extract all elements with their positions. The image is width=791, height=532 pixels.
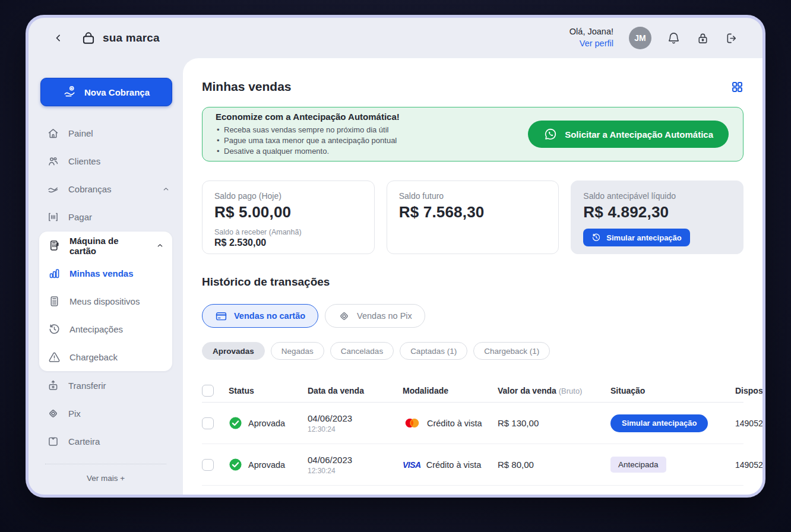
balance-card-paid: Saldo pago (Hoje) R$ 5.00,00 Saldo à rec… bbox=[202, 180, 375, 254]
sidebar-item-label: Meus dispositivos bbox=[69, 296, 140, 306]
sidebar-item-painel[interactable]: Painel bbox=[29, 119, 183, 147]
status-text: Aprovada bbox=[248, 419, 285, 428]
simulate-anticipation-button[interactable]: Simular antecipação bbox=[583, 229, 689, 246]
device-id: 149052 bbox=[735, 419, 762, 428]
balance-card-anticipatable: Saldo antecipável líquido R$ 4.892,30 Si… bbox=[571, 180, 743, 254]
chevron-left-icon bbox=[52, 32, 64, 44]
sidebar-item-label: Minhas vendas bbox=[69, 268, 134, 278]
top-bar: sua marca Olá, Joana! Ver perfil JM bbox=[29, 18, 762, 58]
row-checkbox[interactable] bbox=[202, 459, 214, 471]
card-label: Saldo futuro bbox=[399, 191, 547, 201]
card-subvalue: R$ 2.530,00 bbox=[214, 238, 362, 248]
sale-date: 04/06/2023 bbox=[308, 413, 403, 423]
sidebar-item-clientes[interactable]: Clientes bbox=[29, 147, 183, 175]
sidebar-item-pix[interactable]: Pix bbox=[29, 400, 183, 428]
sale-value: R$ 80,00 bbox=[498, 460, 610, 470]
credit-card-icon bbox=[215, 310, 227, 322]
sidebar-item-carteira[interactable]: Carteira bbox=[29, 428, 183, 455]
app-window: sua marca Olá, Joana! Ver perfil JM bbox=[29, 18, 762, 495]
status-text: Aprovada bbox=[248, 460, 285, 470]
col-status: Status bbox=[229, 386, 308, 395]
sidebar-item-chargeback[interactable]: Chargeback bbox=[39, 343, 172, 371]
view-profile-link[interactable]: Ver perfil bbox=[569, 38, 613, 50]
row-checkbox[interactable] bbox=[202, 417, 214, 429]
sidebar-item-label: Clientes bbox=[68, 156, 100, 166]
logout-button[interactable] bbox=[725, 31, 739, 45]
sidebar-item-label: Pagar bbox=[68, 212, 92, 222]
row-simulate-anticipation-button[interactable]: Simular antecipação bbox=[610, 414, 708, 432]
table-row: Aprovada 04/06/2023 12:30:24 VISA Crédit… bbox=[202, 444, 743, 486]
approved-check-icon bbox=[229, 416, 242, 430]
filter-captadas[interactable]: Captadas (1) bbox=[400, 342, 467, 360]
sidebar-item-label: Carteira bbox=[68, 436, 100, 446]
notifications-button[interactable] bbox=[667, 31, 681, 45]
back-button[interactable] bbox=[52, 32, 64, 44]
filter-canceladas[interactable]: Canceladas bbox=[330, 342, 394, 360]
lock-button[interactable] bbox=[696, 31, 710, 45]
filter-aprovadas[interactable]: Aprovadas bbox=[202, 342, 265, 360]
col-device: Dispositivo bbox=[735, 386, 762, 395]
tab-pix-sales[interactable]: Vendas no Pix bbox=[325, 304, 425, 328]
filter-chargeback[interactable]: Chargeback (1) bbox=[473, 342, 550, 360]
status-filters: Aprovadas Negadas Canceladas Captadas (1… bbox=[202, 342, 743, 360]
card-label: Saldo antecipável líquido bbox=[583, 191, 731, 201]
button-label: Simular antecipação bbox=[606, 233, 681, 242]
sidebar-item-label: Cobranças bbox=[68, 184, 112, 194]
sale-date: 04/06/2023 bbox=[308, 455, 403, 465]
table-row: Aprovada 04/06/2023 12:30:24 Crédito à v… bbox=[202, 403, 743, 444]
sidebar-item-label: Máquina de cartão bbox=[69, 236, 147, 256]
home-icon bbox=[47, 127, 59, 140]
sidebar-item-maquina-de-cartao[interactable]: Máquina de cartão bbox=[39, 232, 172, 259]
history-title: Histórico de transações bbox=[202, 276, 743, 289]
sidebar-item-cobrancas[interactable]: Cobranças bbox=[29, 175, 183, 203]
new-charge-button[interactable]: Nova Cobrança bbox=[40, 78, 172, 106]
auto-anticipation-banner: Economize com a Antecipação Automática! … bbox=[202, 107, 743, 162]
select-all-checkbox[interactable] bbox=[202, 385, 214, 397]
sale-time: 12:30:24 bbox=[308, 425, 403, 433]
sidebar-item-minhas-vendas[interactable]: Minhas vendas bbox=[39, 259, 172, 287]
hand-plus-icon bbox=[63, 85, 77, 99]
filter-negadas[interactable]: Negadas bbox=[271, 342, 324, 360]
history-tabs: Vendas no cartão Vendas no Pix bbox=[202, 304, 743, 328]
page-title: Minhas vendas bbox=[202, 80, 292, 94]
sidebar-item-pagar[interactable]: Pagar bbox=[29, 203, 183, 231]
sidebar: Nova Cobrança Painel Clientes bbox=[29, 58, 183, 495]
sidebar-item-label: Transferir bbox=[68, 381, 106, 391]
grid-icon bbox=[731, 81, 743, 93]
top-right-cluster: Olá, Joana! Ver perfil JM bbox=[569, 26, 739, 49]
banner-bullet: Pague uma taxa menor que a antecipação p… bbox=[216, 135, 400, 146]
history-icon bbox=[48, 323, 61, 335]
users-icon bbox=[47, 155, 59, 167]
banner-title: Economize com a Antecipação Automática! bbox=[216, 112, 400, 122]
request-auto-anticipation-button[interactable]: Solicitar a Antecipação Automática bbox=[528, 121, 729, 148]
history-icon bbox=[591, 233, 601, 242]
transfer-icon bbox=[47, 379, 59, 392]
sidebar-item-transferir[interactable]: Transferir bbox=[29, 372, 183, 400]
tab-card-sales[interactable]: Vendas no cartão bbox=[202, 304, 318, 328]
card-value: R$ 5.00,00 bbox=[214, 203, 362, 221]
bar-chart-icon bbox=[48, 267, 61, 280]
sidebar-item-meus-dispositivos[interactable]: Meus dispositivos bbox=[39, 287, 172, 315]
desktop-background: sua marca Olá, Joana! Ver perfil JM bbox=[0, 0, 791, 532]
barcode-icon bbox=[47, 211, 59, 223]
col-date: Data da venda bbox=[308, 386, 403, 395]
sidebar-item-label: Chargeback bbox=[69, 352, 118, 362]
see-more-button[interactable]: Ver mais + bbox=[87, 474, 125, 483]
balance-cards: Saldo pago (Hoje) R$ 5.00,00 Saldo à rec… bbox=[202, 180, 743, 254]
sidebar-item-antecipacoes[interactable]: Antecipações bbox=[39, 315, 172, 343]
layout-grid-button[interactable] bbox=[731, 81, 743, 93]
bell-icon bbox=[667, 31, 681, 45]
approved-check-icon bbox=[229, 458, 242, 471]
tab-label: Vendas no Pix bbox=[357, 311, 412, 321]
brand-name: sua marca bbox=[103, 31, 160, 45]
chevron-up-icon bbox=[156, 242, 164, 249]
chevron-up-icon bbox=[162, 185, 170, 193]
cta-label: Solicitar a Antecipação Automática bbox=[565, 129, 713, 140]
lock-icon bbox=[696, 31, 710, 45]
visa-icon: VISA bbox=[403, 460, 421, 470]
brand-bag-icon bbox=[81, 30, 96, 46]
warning-triangle-icon bbox=[48, 351, 61, 363]
new-charge-label: Nova Cobrança bbox=[84, 87, 150, 97]
avatar[interactable]: JM bbox=[629, 27, 651, 49]
card-sublabel: Saldo à receber (Amanhã) bbox=[214, 228, 362, 236]
